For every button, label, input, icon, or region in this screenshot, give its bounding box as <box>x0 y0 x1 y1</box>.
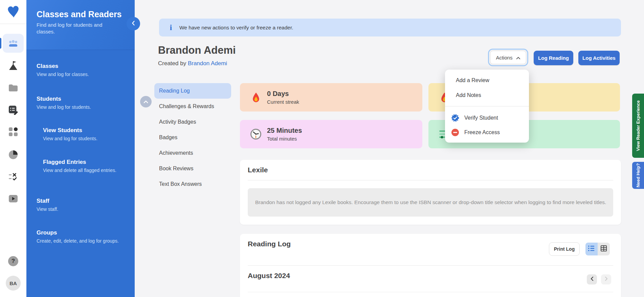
actions-button-label: Actions <box>496 55 512 60</box>
reading-log-section: Reading Log Print Log <box>240 234 621 297</box>
panel-header: Classes and Readers Find and log for stu… <box>26 0 135 50</box>
sidebar-item-groups[interactable]: Groups Create, edit, delete, and log for… <box>37 229 119 244</box>
menu-item-freeze-access[interactable]: Freeze Access <box>445 125 529 140</box>
menu-item-add-review[interactable]: Add a Review <box>445 73 529 88</box>
apps-grid-icon[interactable] <box>8 126 19 137</box>
menu-item-label: Verify Student <box>464 115 498 121</box>
lexile-section: Lexile Brandon has not logged any Lexile… <box>240 160 621 225</box>
view-reader-experience-tab[interactable]: View Reader Experience <box>632 94 644 158</box>
profile-tabs: Reading Log Challenges & Rewards Activit… <box>154 83 231 192</box>
total-minutes-card: 25 Minutes Total minutes <box>240 120 422 148</box>
panel-subtitle: Find and log for students and classes. <box>37 22 122 35</box>
log-notes-icon[interactable] <box>8 104 19 115</box>
challenges-icon[interactable] <box>8 60 19 71</box>
tab-activity-badges[interactable]: Activity Badges <box>154 114 231 130</box>
sidebar-item-label: Groups <box>37 229 119 236</box>
list-view-icon <box>587 245 596 253</box>
sidebar-item-label: Classes <box>37 63 89 70</box>
next-month-button[interactable] <box>601 274 611 284</box>
sidebar-item-label: View Students <box>43 127 97 134</box>
need-help-tab[interactable]: Need Help? <box>632 162 644 189</box>
chevron-up-icon <box>516 55 520 60</box>
chevron-right-icon <box>605 276 608 282</box>
chevron-left-icon <box>591 276 594 282</box>
clock-icon <box>249 128 262 140</box>
flagged-entries-icon[interactable] <box>8 171 19 182</box>
table-view-icon <box>600 245 607 253</box>
tab-challenges-rewards[interactable]: Challenges & Rewards <box>154 99 231 114</box>
sidebar-item-classes[interactable]: Classes View and log for classes. <box>37 63 89 77</box>
streak-value: 0 Days <box>267 90 299 98</box>
divider <box>248 265 613 266</box>
print-log-button[interactable]: Print Log <box>549 242 580 256</box>
reading-log-title: Reading Log <box>248 240 291 248</box>
actions-dropdown-menu: Add a Review Add Notes Verify Student Fr… <box>445 70 529 143</box>
freeze-icon <box>451 128 460 137</box>
panel-collapse-button[interactable] <box>127 17 140 30</box>
divider <box>248 180 613 180</box>
sidebar-item-desc: View and delete all flagged entries. <box>43 168 116 173</box>
tab-book-reviews[interactable]: Book Reviews <box>154 161 231 176</box>
divider <box>248 292 613 292</box>
minutes-value: 25 Minutes <box>267 127 302 134</box>
created-by: Created by Brandon Ademi <box>158 60 227 67</box>
list-view-button[interactable] <box>585 243 598 255</box>
need-help-label: Need Help? <box>636 163 641 188</box>
rail-active-indicator <box>0 38 1 49</box>
sidebar-item-view-students[interactable]: View Students View and log for students. <box>43 127 97 141</box>
info-icon: i <box>169 23 173 32</box>
lexile-title: Lexile <box>248 166 268 174</box>
tab-achievements[interactable]: Achievements <box>154 145 231 161</box>
sidebar-item-desc: View and log for students. <box>37 104 91 110</box>
tab-badges[interactable]: Badges <box>154 130 231 145</box>
current-streak-card: 0 Days Current streak <box>240 83 422 112</box>
rail-divider <box>0 24 26 24</box>
video-tutorials-icon[interactable] <box>8 193 19 204</box>
table-view-button[interactable] <box>598 243 610 255</box>
sidebar-item-desc: View and log for students. <box>43 136 97 141</box>
sidebar-item-students[interactable]: Students View and log for students. <box>37 96 91 110</box>
actions-dropdown-focus-ring: Actions <box>488 49 528 66</box>
folder-icon[interactable] <box>8 82 19 93</box>
classes-readers-icon[interactable] <box>8 38 19 49</box>
info-banner-text: We have new actions to verify or freeze … <box>179 25 293 31</box>
chevron-left-icon <box>132 21 135 27</box>
menu-item-add-notes[interactable]: Add Notes <box>445 88 529 103</box>
created-by-link[interactable]: Brandon Ademi <box>188 60 227 67</box>
sidebar-item-flagged-entries[interactable]: Flagged Entries View and delete all flag… <box>43 159 116 173</box>
students-collapse-button[interactable] <box>140 96 152 107</box>
help-button[interactable]: ? <box>8 256 18 266</box>
actions-dropdown-button[interactable]: Actions <box>490 51 526 64</box>
lexile-empty-message: Brandon has not logged any Lexile books.… <box>255 199 606 205</box>
view-toggle-group <box>585 243 610 255</box>
menu-item-verify-student[interactable]: Verify Student <box>445 110 529 125</box>
sidebar-item-staff[interactable]: Staff View staff. <box>37 198 58 212</box>
panel-body <box>26 50 135 297</box>
view-reader-experience-label: View Reader Experience <box>636 100 641 151</box>
verified-badge-icon <box>451 114 460 122</box>
sidebar-item-desc: View and log for classes. <box>37 72 89 77</box>
reports-pie-icon[interactable] <box>8 149 19 160</box>
sidebar-item-label: Students <box>37 96 91 102</box>
sidebar-item-desc: Create, edit, delete, and log for groups… <box>37 238 119 244</box>
sidebar-item-label: Staff <box>37 198 58 204</box>
lexile-empty-state: Brandon has not logged any Lexile books.… <box>248 188 613 217</box>
menu-item-label: Freeze Access <box>464 129 500 135</box>
chevron-up-icon <box>143 99 148 105</box>
created-by-prefix: Created by <box>158 60 186 67</box>
main-content: i We have new actions to verify or freez… <box>135 0 644 297</box>
tab-reading-log[interactable]: Reading Log <box>154 83 231 99</box>
icon-rail: ? BA <box>0 0 26 297</box>
sidebar-item-label: Flagged Entries <box>43 159 116 166</box>
info-banner: i We have new actions to verify or freez… <box>159 19 621 36</box>
previous-month-button[interactable] <box>587 274 597 284</box>
sidebar-item-desc: View staff. <box>37 206 58 212</box>
log-activities-button[interactable]: Log Activities <box>578 51 620 65</box>
panel-title: Classes and Readers <box>37 9 122 19</box>
avatar[interactable]: BA <box>6 276 21 291</box>
log-reading-button[interactable]: Log Reading <box>534 51 573 65</box>
heart-logo-icon[interactable] <box>7 5 20 19</box>
tab-text-box-answers[interactable]: Text Box Answers <box>154 176 231 192</box>
minutes-label: Total minutes <box>267 136 302 142</box>
month-heading: August 2024 <box>248 272 290 280</box>
